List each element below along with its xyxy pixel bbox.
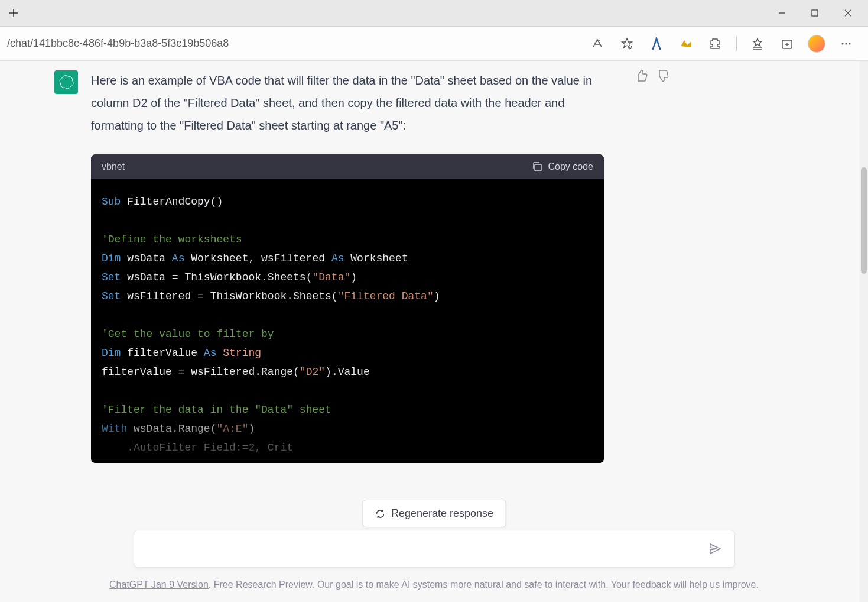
extensions-icon[interactable] — [707, 35, 724, 53]
code-header: vbnet Copy code — [91, 154, 604, 179]
send-button[interactable] — [706, 540, 724, 558]
extension-icon-2[interactable] — [677, 35, 695, 53]
svg-rect-6 — [535, 164, 541, 171]
svg-point-4 — [846, 43, 847, 44]
collections-icon[interactable] — [778, 35, 796, 53]
url-text: /chat/141bbc8c-486f-4b9b-b3a8-5f3c19b506… — [7, 37, 229, 50]
chat-input-row — [134, 530, 735, 568]
thumbs-down-button[interactable] — [656, 69, 670, 83]
chat-input[interactable] — [145, 543, 706, 555]
svg-point-5 — [849, 43, 851, 44]
profile-avatar[interactable] — [808, 35, 825, 53]
assistant-message-row: Here is an example of VBA code that will… — [0, 61, 868, 463]
assistant-avatar — [54, 70, 78, 94]
code-block: vbnet Copy code Sub FilterAndCopy() 'Def… — [91, 154, 604, 463]
read-aloud-icon[interactable] — [589, 35, 606, 53]
copy-code-label: Copy code — [548, 161, 594, 172]
message-text: Here is an example of VBA code that will… — [91, 69, 611, 137]
close-window-button[interactable] — [838, 4, 857, 22]
scrollbar-thumb[interactable] — [861, 167, 867, 274]
version-link[interactable]: ChatGPT Jan 9 Version — [109, 580, 209, 590]
maximize-button[interactable] — [805, 4, 824, 22]
regenerate-label: Regenerate response — [391, 507, 493, 520]
page-content: Here is an example of VBA code that will… — [0, 61, 868, 602]
footer-text: ChatGPT Jan 9 Version. Free Research Pre… — [0, 580, 868, 590]
url-field[interactable]: /chat/141bbc8c-486f-4b9b-b3a8-5f3c19b506… — [7, 33, 578, 54]
code-lang-label: vbnet — [102, 161, 125, 172]
code-body[interactable]: Sub FilterAndCopy() 'Define the workshee… — [91, 179, 604, 463]
new-tab-button[interactable] — [5, 4, 22, 22]
favorite-icon[interactable] — [618, 35, 636, 53]
thumbs-up-button[interactable] — [635, 69, 649, 83]
footer-rest: . Free Research Preview. Our goal is to … — [209, 580, 759, 590]
minimize-button[interactable] — [772, 4, 791, 22]
svg-point-3 — [842, 43, 844, 44]
copy-code-button[interactable]: Copy code — [532, 161, 594, 172]
input-area: Regenerate response ChatGPT Jan 9 Versio… — [0, 513, 868, 602]
extension-icon-1[interactable] — [648, 35, 665, 53]
address-bar: /chat/141bbc8c-486f-4b9b-b3a8-5f3c19b506… — [0, 27, 868, 61]
more-menu-icon[interactable] — [837, 35, 855, 53]
svg-rect-0 — [812, 10, 818, 16]
scrollbar-track[interactable] — [860, 61, 868, 602]
separator — [736, 37, 737, 51]
window-titlebar — [0, 0, 868, 27]
favorites-list-icon[interactable] — [749, 35, 766, 53]
regenerate-button[interactable]: Regenerate response — [362, 500, 506, 527]
